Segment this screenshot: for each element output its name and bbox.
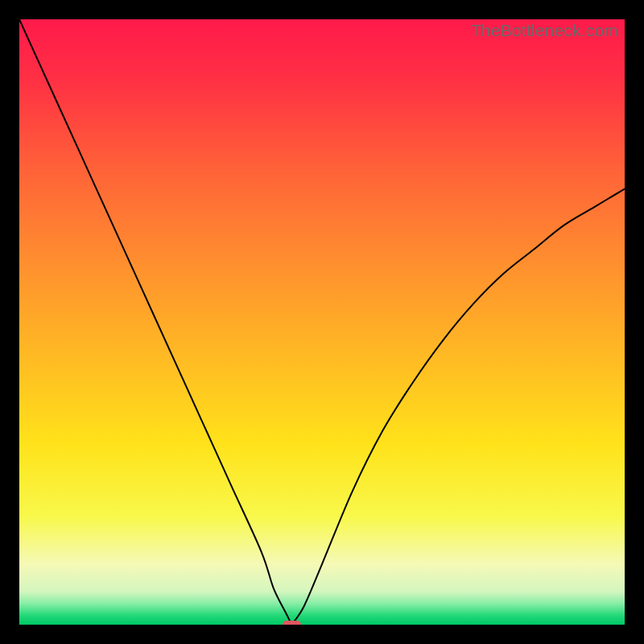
- bottleneck-marker: [283, 621, 301, 625]
- curve-left: [19, 19, 291, 625]
- watermark-text: TheBottleneck.com: [471, 21, 618, 40]
- curve-right: [291, 189, 625, 625]
- plot-area: TheBottleneck.com: [19, 19, 625, 625]
- chart-frame: TheBottleneck.com: [0, 0, 644, 644]
- gradient-bg-svg: [19, 19, 625, 625]
- gradient-rect: [19, 19, 625, 625]
